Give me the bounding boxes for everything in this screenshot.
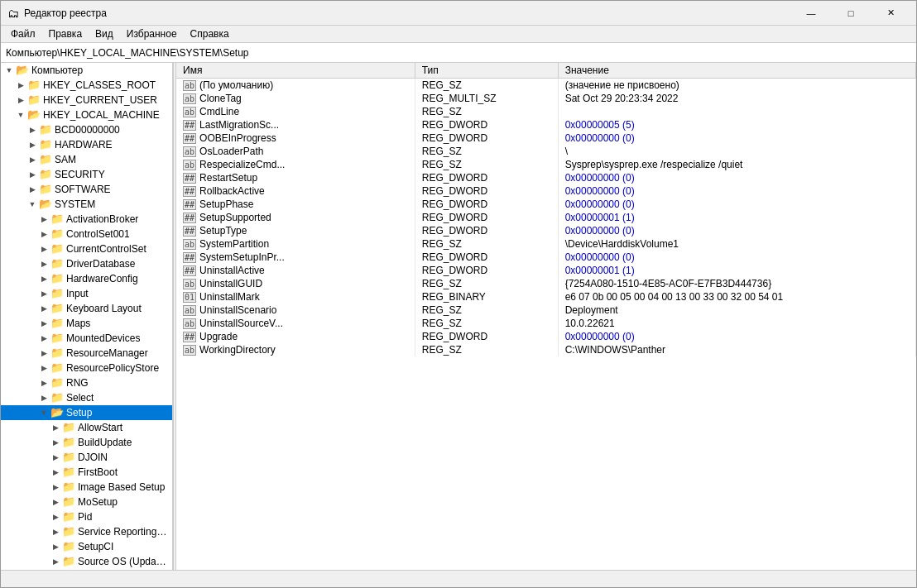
expand-btn-maps[interactable]: ▶: [37, 317, 50, 330]
table-row[interactable]: abUninstallSourceV...REG_SZ10.0.22621: [176, 317, 916, 330]
tree-item-hardware_config[interactable]: ▶📁HardwareConfig: [1, 271, 172, 286]
expand-btn-sam[interactable]: ▶: [26, 153, 39, 166]
menu-item-вид[interactable]: Вид: [89, 26, 120, 41]
tree-item-input[interactable]: ▶📁Input: [1, 286, 172, 301]
table-row[interactable]: ##RollbackActiveREG_DWORD0x00000000 (0): [176, 184, 916, 198]
expand-btn-computer[interactable]: ▼: [2, 64, 16, 77]
table-row[interactable]: ##LastMigrationSc...REG_DWORD0x00000005 …: [176, 118, 916, 131]
table-row[interactable]: ##RestartSetupREG_DWORD0x00000000 (0): [176, 171, 916, 184]
tree-item-driver_database[interactable]: ▶📁DriverDatabase: [1, 256, 172, 271]
menu-item-файл[interactable]: Файл: [4, 26, 42, 41]
expand-btn-keyboard_layout[interactable]: ▶: [37, 302, 50, 315]
expand-btn-local_machine[interactable]: ▼: [14, 108, 27, 122]
tree-item-djoin[interactable]: ▶📁DJOIN: [1, 450, 172, 465]
expand-btn-activation_broker[interactable]: ▶: [37, 213, 50, 226]
expand-btn-current_control_set[interactable]: ▶: [37, 242, 50, 256]
tree-item-system[interactable]: ▼📂SYSTEM: [1, 197, 172, 212]
tree-item-bcd[interactable]: ▶📁BCD00000000: [1, 122, 172, 137]
expand-btn-build_update[interactable]: ▶: [49, 436, 62, 449]
expand-btn-image_based_setup[interactable]: ▶: [49, 480, 62, 494]
table-row[interactable]: abUninstallGUIDREG_SZ{7254A080-1510-4E85…: [176, 277, 916, 290]
expand-btn-setup_ci[interactable]: ▶: [49, 540, 62, 553]
table-row[interactable]: abCloneTagREG_MULTI_SZSat Oct 29 20:23:3…: [176, 92, 916, 105]
tree-item-security[interactable]: ▶📁SECURITY: [1, 167, 172, 182]
tree-item-mo_setup[interactable]: ▶📁MoSetup: [1, 495, 172, 509]
expand-btn-input[interactable]: ▶: [37, 287, 50, 300]
expand-btn-pid[interactable]: ▶: [49, 510, 62, 523]
expand-btn-driver_database[interactable]: ▶: [37, 257, 50, 270]
registry-panel[interactable]: Имя Тип Значение ab(По умолчанию)REG_SZ(…: [176, 63, 916, 570]
tree-item-resource_policy_store[interactable]: ▶📁ResourcePolicyStore: [1, 361, 172, 375]
tree-panel[interactable]: ▼📂Компьютер▶📁HKEY_CLASSES_ROOT▶📁HKEY_CUR…: [1, 63, 173, 570]
expand-btn-security[interactable]: ▶: [26, 168, 39, 181]
minimize-button[interactable]: —: [792, 1, 830, 26]
tree-item-hardware[interactable]: ▶📁HARDWARE: [1, 137, 172, 152]
tree-item-resource_manager[interactable]: ▶📁ResourceManager: [1, 346, 172, 361]
tree-item-setup[interactable]: ▼📂Setup: [1, 405, 172, 420]
tree-label-system: SYSTEM: [55, 198, 95, 210]
table-row[interactable]: 01UninstallMarkREG_BINARYe6 07 0b 00 05 …: [176, 290, 916, 304]
tree-item-maps[interactable]: ▶📁Maps: [1, 316, 172, 331]
table-row[interactable]: abCmdLineREG_SZ: [176, 105, 916, 118]
expand-btn-resource_manager[interactable]: ▶: [37, 347, 50, 360]
expand-btn-mo_setup[interactable]: ▶: [49, 495, 62, 509]
tree-item-source_os[interactable]: ▶📁Source OS (Updated o: [1, 554, 172, 569]
expand-btn-hardware[interactable]: ▶: [26, 138, 39, 151]
table-row[interactable]: ##OOBEInProgressREG_DWORD0x00000000 (0): [176, 131, 916, 145]
tree-item-software[interactable]: ▶📁SOFTWARE: [1, 182, 172, 197]
tree-item-setup_ci[interactable]: ▶📁SetupCI: [1, 539, 172, 554]
table-row[interactable]: ##SystemSetupInPr...REG_DWORD0x00000000 …: [176, 251, 916, 264]
tree-item-build_update[interactable]: ▶📁BuildUpdate: [1, 435, 172, 450]
expand-btn-hardware_config[interactable]: ▶: [37, 272, 50, 285]
tree-item-current_user[interactable]: ▶📁HKEY_CURRENT_USER: [1, 93, 172, 108]
menu-item-правка[interactable]: Правка: [42, 26, 89, 41]
table-row[interactable]: ##SetupSupportedREG_DWORD0x00000001 (1): [176, 211, 916, 224]
table-row[interactable]: abWorkingDirectoryREG_SZC:\WINDOWS\Panth…: [176, 343, 916, 356]
menu-item-избранное[interactable]: Избранное: [120, 26, 184, 41]
table-row[interactable]: ab(По умолчанию)REG_SZ(значение не присв…: [176, 78, 916, 92]
tree-item-rng[interactable]: ▶📁RNG: [1, 375, 172, 390]
table-row[interactable]: ##UpgradeREG_DWORD0x00000000 (0): [176, 330, 916, 343]
expand-btn-bcd[interactable]: ▶: [26, 123, 39, 136]
close-button[interactable]: ✕: [871, 1, 910, 26]
tree-item-service_reporting[interactable]: ▶📁Service Reporting API: [1, 524, 172, 539]
tree-item-computer[interactable]: ▼📂Компьютер: [1, 63, 172, 78]
expand-btn-current_user[interactable]: ▶: [14, 93, 27, 107]
table-row[interactable]: abOsLoaderPathREG_SZ\: [176, 145, 916, 158]
expand-btn-classes_root[interactable]: ▶: [14, 79, 27, 92]
table-row[interactable]: abRespecializeCmd...REG_SZSysprep\syspre…: [176, 158, 916, 171]
menu-item-справка[interactable]: Справка: [184, 26, 236, 41]
table-row[interactable]: abSystemPartitionREG_SZ\Device\HarddiskV…: [176, 237, 916, 251]
tree-item-image_based_setup[interactable]: ▶📁Image Based Setup: [1, 480, 172, 495]
expand-btn-allow_start[interactable]: ▶: [49, 421, 62, 434]
expand-btn-first_boot[interactable]: ▶: [49, 466, 62, 479]
tree-item-select[interactable]: ▶📁Select: [1, 390, 172, 405]
tree-item-local_machine[interactable]: ▼📂HKEY_LOCAL_MACHINE: [1, 108, 172, 122]
expand-btn-rng[interactable]: ▶: [37, 376, 50, 390]
expand-btn-software[interactable]: ▶: [26, 183, 39, 196]
tree-item-activation_broker[interactable]: ▶📁ActivationBroker: [1, 212, 172, 227]
tree-item-control_set001[interactable]: ▶📁ControlSet001: [1, 227, 172, 241]
expand-btn-service_reporting[interactable]: ▶: [49, 525, 62, 538]
expand-btn-select[interactable]: ▶: [37, 391, 50, 404]
table-row[interactable]: ##UninstallActiveREG_DWORD0x00000001 (1): [176, 264, 916, 277]
expand-btn-source_os[interactable]: ▶: [49, 555, 62, 568]
tree-item-current_control_set[interactable]: ▶📁CurrentControlSet: [1, 241, 172, 256]
expand-btn-system[interactable]: ▼: [26, 198, 39, 211]
tree-item-sam[interactable]: ▶📁SAM: [1, 152, 172, 167]
expand-btn-djoin[interactable]: ▶: [49, 451, 62, 464]
tree-item-pid[interactable]: ▶📁Pid: [1, 509, 172, 524]
expand-btn-control_set001[interactable]: ▶: [37, 227, 50, 241]
table-row[interactable]: ##SetupPhaseREG_DWORD0x00000000 (0): [176, 198, 916, 211]
expand-btn-mounted_devices[interactable]: ▶: [37, 332, 50, 345]
tree-item-first_boot[interactable]: ▶📁FirstBoot: [1, 465, 172, 480]
expand-btn-resource_policy_store[interactable]: ▶: [37, 361, 50, 375]
table-row[interactable]: ##SetupTypeREG_DWORD0x00000000 (0): [176, 224, 916, 237]
tree-item-mounted_devices[interactable]: ▶📁MountedDevices: [1, 331, 172, 346]
tree-item-allow_start[interactable]: ▶📁AllowStart: [1, 420, 172, 435]
maximize-button[interactable]: □: [832, 1, 870, 26]
tree-item-classes_root[interactable]: ▶📁HKEY_CLASSES_ROOT: [1, 78, 172, 93]
table-row[interactable]: abUninstallScenarioREG_SZDeployment: [176, 304, 916, 317]
tree-item-keyboard_layout[interactable]: ▶📁Keyboard Layout: [1, 301, 172, 316]
expand-btn-setup[interactable]: ▼: [37, 406, 50, 419]
